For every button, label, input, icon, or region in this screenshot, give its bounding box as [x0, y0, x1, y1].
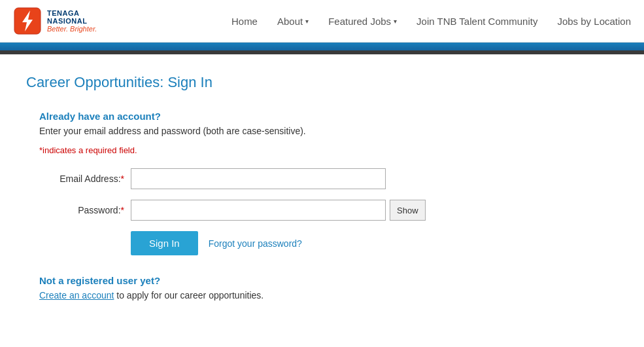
nav-jobs-by-location[interactable]: Jobs by Location: [557, 16, 631, 27]
logo-tagline: Better. Brighter.: [47, 25, 97, 33]
form-section: Already have an account? Enter your emai…: [39, 111, 618, 301]
email-input[interactable]: [131, 168, 386, 189]
logo-icon: [13, 7, 42, 35]
main-nav: Home About ▾ Featured Jobs ▾ Join TNB Ta…: [231, 16, 631, 27]
logo-name-top: TENAGA: [47, 9, 97, 17]
logo-name-bottom: NASIONAL: [47, 17, 97, 25]
about-chevron-icon: ▾: [305, 18, 309, 25]
nav-featured-jobs[interactable]: Featured Jobs ▾: [328, 16, 397, 27]
not-registered-heading: Not a registered user yet?: [39, 275, 618, 286]
featured-jobs-chevron-icon: ▾: [394, 18, 397, 25]
logo-text-block: TENAGA NASIONAL Better. Brighter.: [47, 9, 97, 33]
not-registered-text: Create an account to apply for our caree…: [39, 290, 618, 301]
password-field-group: Show: [131, 200, 426, 221]
required-note-text: indicates a required field.: [42, 145, 137, 155]
logo-area: TENAGA NASIONAL Better. Brighter.: [13, 7, 118, 35]
show-password-button[interactable]: Show: [390, 200, 426, 221]
not-registered-section: Not a registered user yet? Create an acc…: [39, 275, 618, 301]
main-content: Career Opportunities: Sign In Already ha…: [0, 54, 644, 327]
nav-join-community[interactable]: Join TNB Talent Community: [416, 16, 537, 27]
required-note: *indicates a required field.: [39, 145, 618, 155]
forgot-password-link[interactable]: Forgot your password?: [209, 238, 302, 249]
page-title: Career Opportunities: Sign In: [26, 74, 618, 91]
header: TENAGA NASIONAL Better. Brighter. Home A…: [0, 0, 644, 43]
create-account-link[interactable]: Create an account: [39, 290, 114, 301]
nav-home[interactable]: Home: [231, 16, 258, 27]
action-row: Sign In Forgot your password?: [131, 231, 618, 255]
email-required-marker: *: [121, 174, 124, 184]
not-registered-suffix: to apply for our career opportunities.: [114, 290, 263, 301]
email-row: Email Address:*: [39, 168, 618, 189]
password-row: Password:* Show: [39, 200, 618, 221]
nav-about[interactable]: About ▾: [277, 16, 309, 27]
email-label: Email Address:*: [39, 174, 124, 184]
sign-in-button[interactable]: Sign In: [131, 231, 198, 255]
password-input[interactable]: [131, 200, 386, 221]
password-required-marker: *: [121, 205, 124, 215]
already-have-account-heading: Already have an account?: [39, 111, 618, 122]
already-have-account-description: Enter your email address and password (b…: [39, 126, 618, 136]
password-label: Password:*: [39, 205, 124, 215]
blue-bar: [0, 43, 644, 50]
